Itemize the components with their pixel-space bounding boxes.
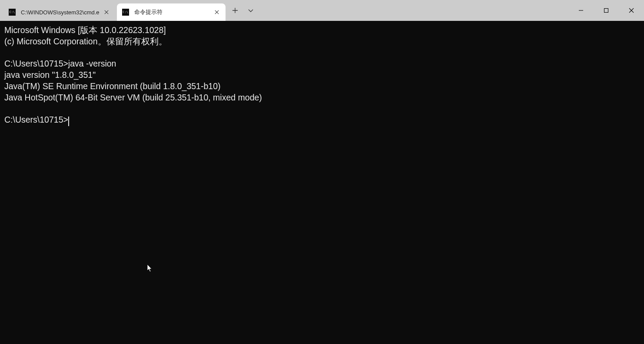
maximize-icon: [604, 8, 609, 13]
svg-rect-0: [604, 9, 608, 13]
terminal-output[interactable]: Microsoft Windows [版本 10.0.22623.1028] (…: [0, 21, 644, 344]
terminal-line: Java(TM) SE Runtime Environment (build 1…: [4, 81, 220, 91]
close-icon: [215, 10, 219, 14]
titlebar-drag-area[interactable]: [259, 0, 568, 21]
terminal-line: Java HotSpot(TM) 64-Bit Server VM (build…: [4, 93, 262, 102]
close-icon: [104, 10, 109, 14]
minimize-button[interactable]: [568, 0, 594, 21]
terminal-line: Microsoft Windows [版本 10.0.22623.1028]: [4, 25, 166, 35]
mouse-pointer: [137, 254, 153, 285]
close-tab-button[interactable]: [212, 8, 221, 17]
terminal-icon: C:\: [9, 9, 16, 16]
plus-icon: [232, 7, 238, 13]
new-tab-button[interactable]: [227, 3, 243, 18]
tabbar-actions: [226, 0, 259, 21]
titlebar: C:\ C:\WINDOWS\system32\cmd.e C:\ 命令提示符: [0, 0, 644, 21]
tab-dropdown-button[interactable]: [243, 3, 259, 18]
tabs-area: C:\ C:\WINDOWS\system32\cmd.e C:\ 命令提示符: [0, 0, 226, 21]
close-window-button[interactable]: [619, 0, 644, 21]
terminal-line: C:\Users\10715>java -version: [4, 59, 116, 68]
terminal-line: java version "1.8.0_351": [4, 70, 96, 80]
terminal-prompt: C:\Users\10715>: [4, 115, 68, 124]
close-tab-button[interactable]: [102, 8, 111, 17]
close-icon: [629, 8, 634, 13]
tab-command-prompt[interactable]: C:\ 命令提示符: [117, 3, 226, 21]
terminal-line: (c) Microsoft Corporation。保留所有权利。: [4, 37, 167, 46]
tab-cmd-path[interactable]: C:\ C:\WINDOWS\system32\cmd.e: [3, 3, 115, 21]
text-cursor: [68, 117, 69, 126]
maximize-button[interactable]: [594, 0, 619, 21]
minimize-icon: [578, 8, 584, 13]
tab-title: C:\WINDOWS\system32\cmd.e: [21, 9, 100, 16]
window-controls: [568, 0, 644, 21]
chevron-down-icon: [248, 7, 254, 13]
tab-title: 命令提示符: [134, 8, 210, 16]
terminal-icon: C:\: [122, 9, 129, 16]
